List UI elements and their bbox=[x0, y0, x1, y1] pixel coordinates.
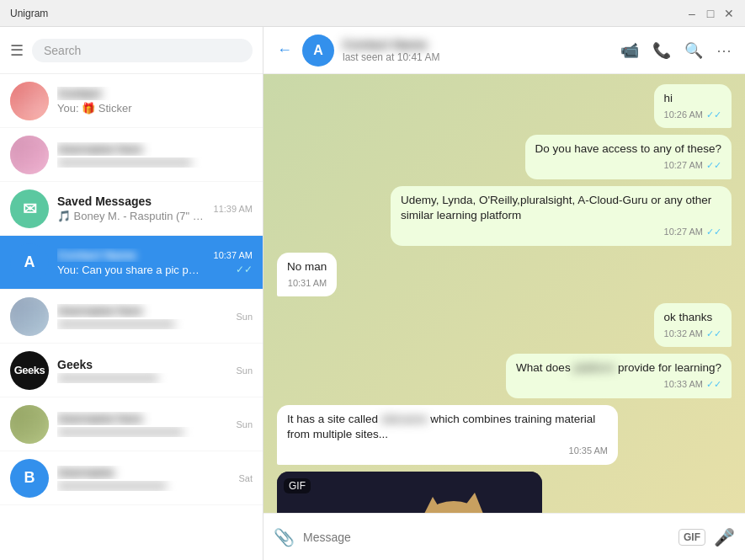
chat-meta: Sun bbox=[236, 312, 253, 322]
message-time: 10:32 AM bbox=[664, 328, 703, 340]
app-title: Unigram bbox=[10, 8, 48, 19]
phone-icon[interactable]: 📞 bbox=[652, 41, 671, 60]
chat-name: Username here bbox=[57, 412, 227, 425]
contact-name: Contact Name bbox=[343, 37, 612, 51]
message-bubble: No man 10:31 AM bbox=[277, 253, 337, 296]
svg-rect-0 bbox=[277, 472, 542, 513]
chat-preview bbox=[57, 319, 227, 329]
more-options-icon[interactable]: ⋯ bbox=[716, 41, 732, 60]
message-bubble: Udemy, Lynda, O'Reilly,pluralsight, A-Cl… bbox=[391, 186, 732, 246]
read-receipt-icon: ✓✓ bbox=[706, 328, 721, 340]
message-row: No man 10:31 AM bbox=[277, 253, 732, 296]
message-text: Udemy, Lynda, O'Reilly,pluralsight, A-Cl… bbox=[401, 194, 711, 222]
message-time: 10:26 AM bbox=[664, 109, 703, 121]
avatar bbox=[10, 297, 49, 336]
microphone-button[interactable]: 🎤 bbox=[714, 527, 735, 547]
avatar bbox=[10, 82, 49, 120]
avatar: B bbox=[10, 459, 49, 498]
message-text: It has a site called sitename which comb… bbox=[287, 413, 595, 441]
chat-name: Contact Name bbox=[57, 248, 205, 262]
message-bubble: It has a site called sitename which comb… bbox=[277, 405, 618, 465]
chat-preview: You: 🎁 Sticker bbox=[57, 102, 244, 115]
message-meta: 10:32 AM ✓✓ bbox=[664, 328, 721, 340]
chat-item[interactable]: Username here bbox=[0, 128, 263, 182]
gif-image bbox=[277, 472, 542, 513]
message-row: It has a site called sitename which comb… bbox=[277, 405, 732, 465]
chat-preview bbox=[57, 157, 244, 168]
chat-item[interactable]: Username here Sun bbox=[0, 290, 263, 344]
chat-preview bbox=[57, 373, 227, 383]
avatar: A bbox=[10, 243, 49, 282]
back-button[interactable]: ← bbox=[277, 41, 292, 59]
message-bubble: hi 10:26 AM ✓✓ bbox=[654, 84, 732, 128]
chat-item[interactable]: Contact You: 🎁 Sticker bbox=[0, 74, 263, 128]
message-bubble: Do you have access to any of these? 10:2… bbox=[525, 135, 732, 179]
menu-icon[interactable]: ☰ bbox=[10, 41, 24, 60]
chat-info: Saved Messages 🎵 Boney M. - Rasputin (7"… bbox=[57, 195, 205, 222]
chat-item-geeks[interactable]: Geeks Geeks Sun bbox=[0, 344, 263, 397]
titlebar: Unigram – □ ✕ bbox=[0, 0, 745, 27]
chat-info: Contact Name You: Can you share a pic po… bbox=[57, 248, 205, 276]
avatar bbox=[10, 136, 49, 174]
search-icon[interactable]: 🔍 bbox=[684, 41, 703, 60]
chat-time: 11:39 AM bbox=[214, 204, 253, 214]
chat-item[interactable]: Username here Sun bbox=[0, 397, 263, 451]
message-bubble: ok thanks 10:32 AM ✓✓ bbox=[654, 303, 732, 347]
chat-meta: 11:39 AM bbox=[214, 204, 253, 214]
read-receipt-icon: ✓✓ bbox=[706, 159, 721, 172]
message-row: Do you have access to any of these? 10:2… bbox=[277, 135, 732, 179]
chat-preview: 🎵 Boney M. - Rasputin (7" Ver... bbox=[57, 210, 205, 222]
read-receipt-icon: ✓✓ bbox=[706, 109, 721, 121]
minimize-button[interactable]: – bbox=[686, 8, 698, 19]
window-controls: – □ ✕ bbox=[686, 8, 735, 19]
message-input[interactable] bbox=[303, 527, 670, 547]
contact-status: last seen at 10:41 AM bbox=[343, 51, 612, 63]
close-button[interactable]: ✕ bbox=[723, 8, 735, 19]
chat-time: Sat bbox=[238, 473, 253, 483]
chat-item-saved-messages[interactable]: ✉ Saved Messages 🎵 Boney M. - Rasputin (… bbox=[0, 182, 263, 236]
avatar bbox=[10, 405, 49, 444]
message-row-gif: GIF 10:35 AM ✓✓ bbox=[277, 472, 732, 513]
chat-name: Geeks bbox=[57, 358, 227, 371]
video-call-icon[interactable]: 📹 bbox=[620, 41, 639, 60]
chat-time: Sun bbox=[236, 419, 253, 429]
app-body: ☰ Search Contact You: 🎁 Sticker bbox=[0, 27, 745, 560]
gif-scene bbox=[277, 472, 542, 513]
message-text: hi bbox=[664, 92, 673, 104]
chat-meta: Sun bbox=[236, 365, 253, 376]
attach-button[interactable]: 📎 bbox=[274, 527, 295, 547]
chat-meta: Sat bbox=[238, 473, 253, 483]
chat-name: Username bbox=[57, 466, 230, 479]
message-row: hi 10:26 AM ✓✓ bbox=[277, 84, 732, 128]
gif-button[interactable]: GIF bbox=[678, 529, 705, 546]
message-row: What does platform provide for learning?… bbox=[277, 354, 732, 397]
message-time: 10:33 AM bbox=[664, 378, 703, 391]
gif-label: GIF bbox=[284, 478, 311, 493]
message-meta: 10:27 AM ✓✓ bbox=[401, 226, 721, 238]
message-row: ok thanks 10:32 AM ✓✓ bbox=[277, 303, 732, 347]
chat-info: Geeks bbox=[57, 358, 227, 383]
message-meta: 10:35 AM bbox=[287, 445, 608, 457]
contact-avatar: A bbox=[302, 35, 334, 67]
message-meta: 10:26 AM ✓✓ bbox=[664, 109, 721, 121]
search-input[interactable]: Search bbox=[32, 39, 253, 62]
chat-name: Saved Messages bbox=[57, 195, 205, 208]
message-meta: 10:31 AM bbox=[287, 277, 327, 290]
sidebar: ☰ Search Contact You: 🎁 Sticker bbox=[0, 27, 263, 560]
gif-bubble[interactable]: GIF 10:35 AM ✓✓ bbox=[277, 472, 542, 513]
chat-time: 10:37 AM bbox=[214, 250, 253, 260]
input-bar: 📎 GIF 🎤 bbox=[263, 513, 745, 560]
read-receipt-icon: ✓✓ bbox=[706, 226, 721, 238]
chat-name: Username here bbox=[57, 142, 244, 156]
message-text: ok thanks bbox=[664, 311, 713, 323]
message-text: No man bbox=[287, 260, 327, 273]
read-receipt-icon: ✓✓ bbox=[706, 378, 721, 391]
sidebar-header: ☰ Search bbox=[0, 27, 263, 74]
maximize-button[interactable]: □ bbox=[705, 8, 716, 19]
avatar: ✉ bbox=[10, 189, 49, 228]
chat-meta: 10:37 AM ✓✓ bbox=[214, 250, 253, 275]
avatar: Geeks bbox=[10, 351, 49, 390]
chat-item[interactable]: B Username Sat bbox=[0, 451, 263, 505]
chat-item-active[interactable]: A Contact Name You: Can you share a pic … bbox=[0, 236, 263, 290]
chat-preview: You: Can you share a pic post search? bbox=[57, 264, 205, 276]
